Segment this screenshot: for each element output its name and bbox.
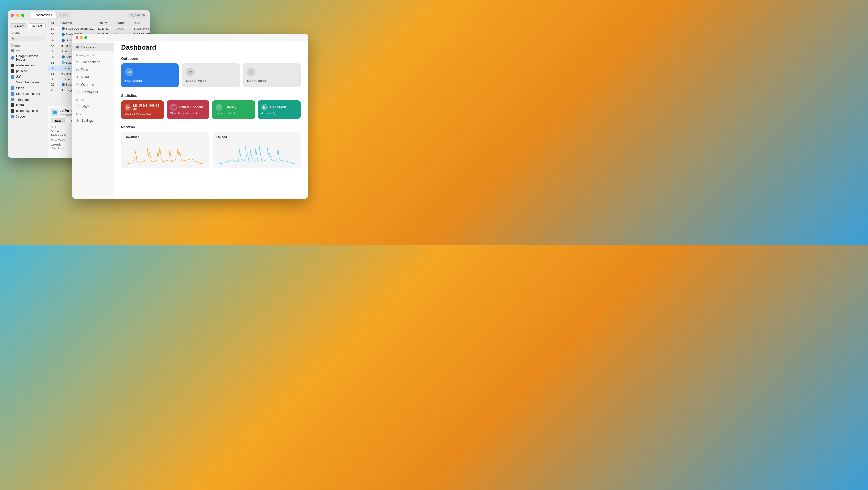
rules-nav-icon: ✦ — [76, 75, 79, 79]
sidebar-item-label: Safari Networking — [16, 80, 41, 84]
client-filter-row: By Client By Host — [8, 22, 48, 29]
stats-card-ott[interactable]: ▶ OTT Status 4 Service(s) — [258, 100, 301, 119]
col-id: ID — [50, 20, 60, 26]
sidebar-item-mediaanalysisd[interactable]: mediaanalysisd — [8, 63, 48, 68]
table-row[interactable]: 39🔵 Stash Dashboard (10933)11:23:51Close… — [48, 26, 150, 32]
statistics-section-title: Statistics — [121, 94, 301, 98]
status-label: Status Code: — [51, 133, 67, 136]
minimize-button[interactable] — [16, 14, 19, 17]
dash-nav-config-label: Config File — [82, 90, 98, 94]
sidebar-item-parsecd[interactable]: parsecd — [8, 68, 48, 74]
management-section-label: Management — [72, 51, 114, 58]
stats-card-header: ▶ OTT Status — [261, 104, 297, 110]
ott-sub: 4 Service(s) — [261, 112, 297, 115]
direct-mode-card[interactable]: ↑ Direct Mode — [243, 63, 301, 87]
dash-nav-dashboard-label: Dashboard — [81, 45, 97, 49]
dash-nav-override[interactable]: ☆ Override — [72, 81, 114, 88]
tab-dns[interactable]: DNS — [56, 12, 71, 18]
download-chart: Download — [121, 132, 209, 168]
proxies-nav-icon: ⬡ — [76, 68, 79, 72]
dash-nav-config[interactable]: 📄 Config File — [72, 88, 114, 96]
outbound-section-title: Outbound — [121, 57, 301, 61]
col-process[interactable]: Process — [60, 20, 96, 26]
network-section-title: Network — [121, 125, 301, 129]
detail-tab-basic[interactable]: Basic — [51, 118, 65, 123]
dashboard-window: ⊞ Dashboard Management 〜 Connections ⬡ P… — [72, 34, 308, 199]
latency-sub: 0 ms, Excellent — [216, 112, 251, 115]
sidebar-item-label: parsecd — [16, 69, 27, 73]
dash-maximize-button[interactable] — [84, 36, 87, 39]
dash-nav-rules[interactable]: ✦ Rules — [72, 73, 114, 81]
global-mode-icon: ↗ — [186, 68, 194, 76]
dashboard-nav-icon: ⊞ — [76, 45, 79, 49]
sidebar-item-safari[interactable]: Safari — [8, 74, 48, 79]
config-nav-icon: 📄 — [76, 90, 80, 94]
stats-card-traffic[interactable]: ♻ 228.05 MB, 505.93 MB 2022-12-07 10:27:… — [121, 100, 164, 119]
by-client-button[interactable]: By Client — [10, 23, 27, 28]
dash-nav-proxies[interactable]: ⬡ Proxies — [72, 66, 114, 73]
sidebar-item-stash-dashboard[interactable]: Stash Dashboard — [8, 91, 48, 97]
sidebar-item-label: Stash Dashboard — [16, 92, 40, 96]
stats-card-header: ✓ Latency — [216, 104, 251, 110]
sidebar-item-label: Safari — [16, 75, 24, 78]
dash-main: Dashboard Outbound ↻ Rule Mode ↗ Global … — [114, 34, 308, 199]
dash-nav-dashboard[interactable]: ⊞ Dashboard — [72, 43, 114, 51]
traffic-value: 228.05 MB, 505.93 MB — [133, 104, 160, 111]
mode-cards: ↻ Rule Mode ↗ Global Mode ↑ Direct Mode — [121, 63, 301, 87]
connections-nav-icon: 〜 — [76, 60, 80, 64]
sidebar-item-chrome[interactable]: Google Chrome Helper — [8, 53, 48, 63]
download-chart-area — [125, 141, 205, 167]
ott-value: OTT Status — [270, 105, 286, 109]
detail-icon: 🌐 — [51, 109, 58, 116]
sidebar-item-label: upload-symbols — [16, 109, 38, 113]
clients-label: Clients — [8, 29, 48, 35]
override-nav-icon: ☆ — [76, 83, 79, 87]
dash-nav-settings-label: Settings — [81, 119, 93, 123]
sidebar-item-label: Xcode — [16, 115, 25, 118]
safari-icon — [11, 75, 14, 78]
dash-nav-mitm[interactable]: 📄 MitM — [72, 103, 114, 110]
direct-mode-label: Direct Mode — [247, 79, 297, 83]
xcode-icon — [11, 115, 14, 118]
sidebar-item-telegram[interactable]: Telegram — [8, 97, 48, 102]
tab-connections[interactable]: Connections — [31, 12, 56, 18]
col-status: Status — [115, 20, 133, 26]
traffic-upload-label: Upload: — [51, 143, 61, 146]
misc-section-label: Misc — [72, 110, 114, 117]
sidebar-item-upload-symbols[interactable]: upload-symbols — [8, 108, 48, 114]
sidebar-item-trustd[interactable]: trustd — [8, 102, 48, 108]
global-mode-card[interactable]: ↗ Global Mode — [182, 63, 240, 87]
by-host-button[interactable]: By Host — [28, 23, 45, 28]
sidebar-item-label: Telegram — [16, 98, 29, 101]
traffic-sub: 2022-12-07 10:27:12 — [125, 112, 160, 115]
sidebar-item-label: Google Chrome Helper — [16, 54, 44, 62]
search-bar[interactable]: 🔍 Search — [128, 13, 147, 18]
all-clients-item[interactable]: All — [10, 36, 45, 41]
sidebar-item-xcode[interactable]: Xcode — [8, 114, 48, 120]
network-charts: Download Upload — [121, 132, 301, 168]
sidebar-item-cloudd[interactable]: cloudd — [8, 47, 48, 53]
dash-minimize-button[interactable] — [80, 36, 83, 39]
close-button[interactable] — [11, 14, 14, 17]
upload-chart-svg — [216, 141, 297, 167]
rule-mode-card[interactable]: ↻ Rule Mode — [121, 63, 179, 87]
rule-mode-label: Rule Mode — [125, 79, 175, 83]
sidebar-item-stash[interactable]: Stash — [8, 85, 48, 91]
telegram-icon — [11, 98, 14, 101]
latency-value: Latency — [224, 105, 236, 109]
maximize-button[interactable] — [21, 14, 24, 17]
table-header: ID Process Date ▼ Status Rule Upload Dow… — [48, 20, 150, 26]
method-label: Method: — [51, 129, 61, 133]
dash-close-button[interactable] — [75, 36, 79, 39]
stats-card-latency[interactable]: ✓ Latency 0 ms, Excellent — [212, 100, 255, 119]
dash-nav-connections[interactable]: 〜 Connections — [72, 58, 114, 66]
search-icon: 🔍 — [130, 13, 134, 17]
stats-cards: ♻ 228.05 MB, 505.93 MB 2022-12-07 10:27:… — [121, 100, 301, 119]
sidebar: By Client By Host Clients All Clients cl… — [8, 20, 48, 158]
col-date[interactable]: Date ▼ — [96, 20, 115, 26]
sidebar-item-safari-networking[interactable]: Safari Networking — [8, 79, 48, 85]
cloudd-icon — [11, 48, 14, 52]
dash-sidebar: ⊞ Dashboard Management 〜 Connections ⬡ P… — [72, 34, 114, 199]
stats-card-location[interactable]: 🇬🇧 United Kingdom Stash Networks Limited — [166, 100, 210, 119]
dash-nav-settings[interactable]: ⚙ Settings — [72, 117, 114, 124]
